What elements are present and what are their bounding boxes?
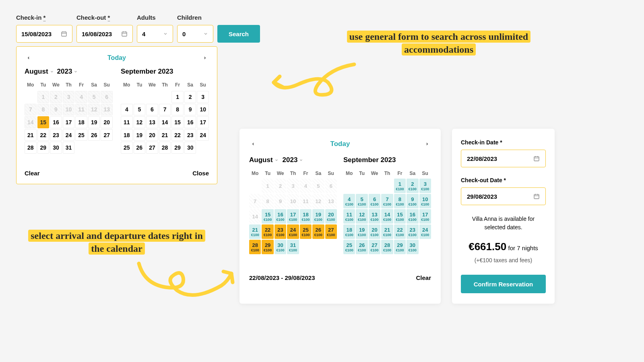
calendar-day[interactable]: 25€100 — [300, 224, 312, 239]
calendar-day[interactable]: 22€100 — [262, 224, 273, 239]
calendar-day[interactable]: 21 — [159, 129, 171, 141]
adults-select[interactable]: 4 — [137, 25, 173, 43]
calendar-day[interactable]: 13€100 — [369, 209, 380, 224]
calendar-day[interactable]: 31 — [63, 142, 75, 154]
prev-month-button[interactable] — [249, 140, 257, 148]
calendar-day[interactable]: 29€100 — [262, 240, 273, 254]
calendar-day[interactable]: 15 — [171, 116, 184, 128]
calendar-day[interactable]: 17€100 — [419, 209, 431, 224]
calendar-day[interactable]: 4€100 — [343, 194, 355, 208]
calendar-day[interactable]: 31€100 — [287, 240, 299, 254]
calendar-day[interactable]: 16 — [184, 116, 196, 128]
calendar-day[interactable]: 14€100 — [381, 209, 393, 224]
calendar-day[interactable]: 5 — [134, 104, 146, 116]
calendar-day[interactable]: 25 — [121, 142, 133, 154]
prev-month-button[interactable] — [25, 54, 33, 62]
calendar-day[interactable]: 2 — [184, 91, 196, 103]
calendar-day[interactable]: 12 — [134, 116, 146, 128]
calendar-day[interactable]: 19€100 — [356, 224, 367, 239]
calendar-day[interactable]: 8€100 — [394, 194, 406, 208]
calendar-day[interactable]: 21 — [25, 129, 37, 141]
calendar-day[interactable]: 23€100 — [275, 224, 286, 239]
calendar-day[interactable]: 29 — [171, 142, 184, 154]
calendar-day[interactable]: 9 — [184, 104, 196, 116]
calendar-day[interactable]: 20€100 — [369, 224, 380, 239]
calendar-day[interactable]: 11 — [121, 116, 133, 128]
calendar-day[interactable]: 12€100 — [356, 209, 367, 224]
calendar-day[interactable]: 21€100 — [381, 224, 393, 239]
calendar-day[interactable]: 26€100 — [356, 240, 367, 254]
calendar-day[interactable]: 22 — [37, 129, 50, 141]
calendar-day[interactable]: 18€100 — [300, 209, 312, 224]
calendar-day[interactable]: 20 — [146, 129, 158, 141]
checkout-input[interactable]: 16/08/2023 — [76, 25, 133, 43]
clear-button[interactable]: Clear — [25, 170, 40, 177]
calendar-day[interactable]: 20 — [101, 116, 113, 128]
calendar-day[interactable]: 30 — [184, 142, 196, 154]
calendar-day[interactable]: 23 — [184, 129, 196, 141]
calendar-day[interactable]: 17 — [63, 116, 75, 128]
calendar-day[interactable]: 4 — [121, 104, 133, 116]
calendar-day[interactable]: 17€100 — [287, 209, 299, 224]
calendar-day[interactable]: 13 — [146, 116, 158, 128]
next-month-button[interactable] — [423, 140, 431, 148]
year-select[interactable]: 2023 — [283, 156, 303, 164]
calendar-day[interactable]: 29 — [37, 142, 50, 154]
calendar-day[interactable]: 1 — [171, 91, 184, 103]
calendar-day[interactable]: 30€100 — [407, 240, 418, 254]
calendar-day[interactable]: 30 — [50, 142, 62, 154]
calendar-day[interactable]: 18 — [75, 116, 87, 128]
calendar-day[interactable]: 6 — [146, 104, 158, 116]
calendar-day[interactable]: 8 — [171, 104, 184, 116]
calendar-day[interactable]: 27€100 — [325, 224, 337, 239]
checkout-date-input[interactable]: 29/08/2023 — [461, 187, 546, 205]
calendar-day[interactable]: 28€100 — [249, 240, 261, 254]
calendar-day[interactable]: 26€100 — [312, 224, 324, 239]
calendar-day[interactable]: 15€100 — [394, 209, 406, 224]
calendar-day[interactable]: 28 — [25, 142, 37, 154]
calendar-day[interactable]: 7 — [159, 104, 171, 116]
calendar-day[interactable]: 28€100 — [381, 240, 393, 254]
calendar-day[interactable]: 10 — [197, 104, 209, 116]
next-month-button[interactable] — [201, 54, 209, 62]
search-button[interactable]: Search — [217, 25, 260, 43]
checkin-input[interactable]: 15/08/2023 — [16, 25, 72, 43]
calendar-day[interactable]: 20€100 — [325, 209, 337, 224]
calendar-day[interactable]: 1€100 — [394, 179, 406, 193]
calendar-day[interactable]: 25 — [75, 129, 87, 141]
calendar-day[interactable]: 19 — [88, 116, 100, 128]
calendar-day[interactable]: 17 — [197, 116, 209, 128]
calendar-day[interactable]: 2€100 — [407, 179, 418, 193]
calendar-day[interactable]: 27 — [146, 142, 158, 154]
checkin-date-input[interactable]: 22/08/2023 — [461, 150, 546, 167]
calendar-day[interactable]: 27 — [101, 129, 113, 141]
calendar-day[interactable]: 6€100 — [369, 194, 380, 208]
calendar-day[interactable]: 24€100 — [419, 224, 431, 239]
children-select[interactable]: 0 — [177, 25, 213, 43]
calendar-day[interactable]: 16 — [50, 116, 62, 128]
calendar-day[interactable]: 26 — [88, 129, 100, 141]
calendar-day[interactable]: 28 — [159, 142, 171, 154]
month-select[interactable]: August — [25, 68, 54, 76]
calendar-day[interactable]: 18€100 — [343, 224, 355, 239]
calendar-day[interactable]: 24 — [63, 129, 75, 141]
today-link[interactable]: Today — [107, 54, 126, 62]
clear-button[interactable]: Clear — [416, 274, 431, 281]
calendar-day[interactable]: 18 — [121, 129, 133, 141]
year-select[interactable]: 2023 — [57, 68, 78, 76]
calendar-day[interactable]: 5€100 — [356, 194, 367, 208]
month-select[interactable]: August — [249, 156, 279, 164]
calendar-day[interactable]: 11€100 — [343, 209, 355, 224]
calendar-day[interactable]: 30€100 — [275, 240, 286, 254]
calendar-day[interactable]: 22€100 — [394, 224, 406, 239]
calendar-day[interactable]: 9€100 — [407, 194, 418, 208]
calendar-day[interactable]: 16€100 — [407, 209, 418, 224]
today-link[interactable]: Today — [330, 140, 350, 148]
calendar-day[interactable]: 19€100 — [312, 209, 324, 224]
close-button[interactable]: Close — [192, 170, 209, 177]
calendar-day[interactable]: 26 — [134, 142, 146, 154]
calendar-day[interactable]: 15 — [37, 116, 50, 128]
confirm-reservation-button[interactable]: Confirm Reservation — [461, 275, 546, 293]
calendar-day[interactable]: 29€100 — [394, 240, 406, 254]
calendar-day[interactable]: 16€100 — [275, 209, 286, 224]
